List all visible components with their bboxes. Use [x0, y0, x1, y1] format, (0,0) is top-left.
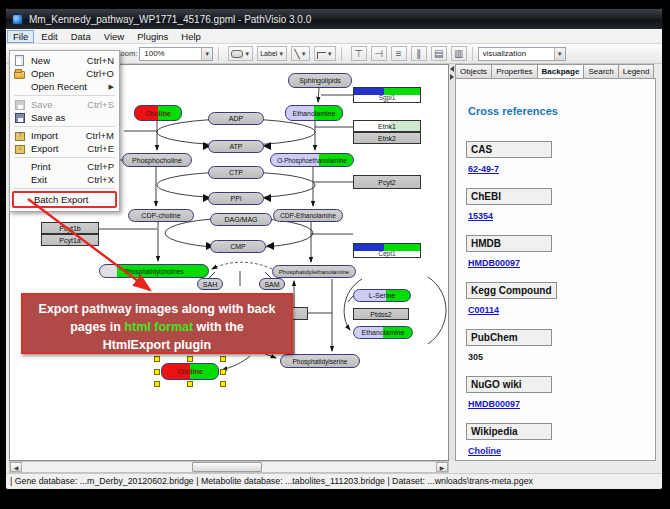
- common-height-button[interactable]: ▥: [451, 46, 467, 61]
- tab-objects[interactable]: Objects: [455, 64, 491, 79]
- tab-search[interactable]: Search: [583, 64, 617, 79]
- open-folder-icon: [14, 68, 26, 80]
- xref-link[interactable]: C00114: [468, 305, 645, 315]
- gene-node[interactable]: Etnk1: [353, 120, 421, 132]
- gene-node[interactable]: Pcyt1b: [41, 222, 99, 234]
- metabolite-node[interactable]: CDP-Ethanolamine: [273, 209, 343, 222]
- metabolite-node-choline[interactable]: Choline: [134, 105, 182, 121]
- metabolite-node[interactable]: Phosphatidylethanolamine: [272, 265, 356, 278]
- import-icon: [14, 130, 26, 142]
- collapse-right-icon[interactable]: [450, 74, 454, 80]
- menu-item-print[interactable]: PrintCtrl+P: [11, 160, 118, 173]
- tab-backpage[interactable]: Backpage: [537, 64, 584, 79]
- scroll-right-icon[interactable]: ▶: [436, 462, 448, 472]
- xref-link[interactable]: Choline: [468, 446, 645, 456]
- menu-item-open-recent[interactable]: Open Recent▶: [11, 80, 118, 93]
- metabolite-node[interactable]: CDP-choline: [128, 209, 194, 222]
- gene-node-cept1[interactable]: Cept1: [353, 243, 421, 258]
- xref-title: HMDB: [466, 235, 552, 252]
- metabolite-node-selected[interactable]: Choline: [161, 363, 219, 380]
- chevron-down-icon: ▼: [244, 51, 250, 57]
- gene-node[interactable]: Etnk2: [353, 132, 421, 144]
- metabolite-node[interactable]: DAG/MAG: [210, 213, 272, 226]
- xref-title: PubChem: [466, 329, 552, 346]
- scroll-left-icon[interactable]: ◀: [10, 462, 22, 472]
- xref-link[interactable]: HMDB00097: [468, 258, 645, 268]
- batch-export-highlight: Batch Export: [12, 191, 117, 208]
- metabolite-node[interactable]: SAM: [259, 278, 285, 290]
- menu-item-save: SaveCtrl+S: [11, 98, 118, 111]
- label-tool-button[interactable]: Label▼: [257, 46, 287, 61]
- menu-edit[interactable]: Edit: [35, 30, 63, 43]
- status-bar: | Gene database: ...m_Derby_20120602.bri…: [6, 473, 662, 488]
- metabolite-node[interactable]: PPi: [208, 192, 264, 205]
- metabolite-node[interactable]: CMP: [210, 240, 266, 253]
- metabolite-node[interactable]: CTP: [208, 166, 264, 179]
- menu-plugins[interactable]: Plugins: [131, 30, 174, 43]
- common-width-button[interactable]: ▤: [431, 46, 447, 61]
- align-middle-button[interactable]: ⊣: [371, 46, 387, 61]
- tab-properties[interactable]: Properties: [491, 64, 536, 79]
- menu-item-open[interactable]: OpenCtrl+O: [11, 67, 118, 80]
- menu-item-export[interactable]: ExportCtrl+E: [11, 142, 118, 155]
- stack-horizontal-icon: ∥: [416, 49, 421, 59]
- chevron-down-icon[interactable]: ▼: [201, 48, 212, 60]
- file-menu: NewCtrl+N OpenCtrl+O Open Recent▶ SaveCt…: [9, 50, 120, 212]
- metabolite-node[interactable]: Phosphatidylcholines: [99, 264, 209, 278]
- connector-tool-button[interactable]: ▼: [314, 46, 336, 61]
- align-center-button[interactable]: ⊤: [351, 46, 367, 61]
- visualization-combobox[interactable]: visualization ▼: [478, 47, 566, 61]
- gene-node[interactable]: Ptdss2: [353, 308, 409, 320]
- stack-horizontal-button[interactable]: ∥: [411, 46, 427, 61]
- xref-value: 305: [468, 352, 645, 362]
- xref-link[interactable]: 15354: [468, 211, 645, 221]
- metabolite-node[interactable]: ATP: [208, 140, 264, 153]
- xref-section-kegg: Kegg Compound C00114: [466, 280, 645, 315]
- menu-item-import[interactable]: ImportCtrl+M: [11, 129, 118, 142]
- submenu-arrow-icon: ▶: [109, 83, 114, 91]
- datanode-tool-button[interactable]: ▼: [228, 46, 253, 61]
- collapse-left-icon[interactable]: [450, 66, 454, 72]
- new-page-icon: [14, 55, 26, 67]
- menu-item-save-as[interactable]: Save as: [11, 111, 118, 124]
- xref-section-nugo: NuGO wiki HMDB00097: [466, 374, 645, 409]
- metabolite-node[interactable]: Sphingolipids: [288, 73, 352, 88]
- metabolite-node[interactable]: SAH: [197, 278, 223, 290]
- xref-section-hmdb: HMDB HMDB00097: [466, 233, 645, 268]
- metabolite-node[interactable]: Phosphatidylserine: [280, 354, 360, 368]
- metabolite-node[interactable]: Ethanolamine: [353, 326, 413, 339]
- menu-data[interactable]: Data: [65, 30, 97, 43]
- align-center-icon: ⊤: [354, 49, 363, 59]
- xref-link[interactable]: HMDB00097: [468, 399, 645, 409]
- save-icon: [14, 99, 26, 111]
- metabolite-node[interactable]: O-Phosphoethanolamine: [270, 153, 354, 167]
- horizontal-scrollbar[interactable]: ◀ ▶: [9, 461, 449, 473]
- stack-vertical-button[interactable]: ≡: [391, 46, 407, 61]
- metabolite-node[interactable]: Phosphocholine: [122, 153, 192, 167]
- metabolite-node[interactable]: Ethanolamine: [285, 105, 343, 121]
- menu-help[interactable]: Help: [175, 30, 207, 43]
- menu-file[interactable]: File: [7, 30, 34, 43]
- metabolite-node[interactable]: ADP: [208, 112, 264, 125]
- gene-node-sgpl1[interactable]: Sgpl1: [353, 87, 421, 103]
- gene-node[interactable]: Pcyt1a: [41, 234, 99, 246]
- chevron-down-icon[interactable]: ▼: [554, 48, 565, 60]
- xref-link[interactable]: 62-49-7: [468, 164, 645, 174]
- label-tool-text: Label: [260, 50, 277, 57]
- menu-view[interactable]: View: [98, 30, 130, 43]
- menu-item-new[interactable]: NewCtrl+N: [11, 54, 118, 67]
- xref-section-wikipedia: Wikipedia Choline: [466, 421, 645, 456]
- annotation-callout: Export pathway images along with back pa…: [21, 293, 293, 354]
- menu-item-batch-export[interactable]: Batch Export: [14, 193, 115, 206]
- tab-legend[interactable]: Legend: [618, 64, 655, 79]
- metabolite-node[interactable]: L-Serine: [353, 289, 411, 302]
- menu-item-exit[interactable]: ExitCtrl+X: [11, 173, 118, 186]
- line-icon: ╲: [294, 49, 299, 59]
- scrollbar-thumb[interactable]: [192, 462, 262, 472]
- menu-separator: [14, 188, 115, 189]
- zoom-combobox[interactable]: 100% ▼: [139, 47, 213, 61]
- callout-line3: HtmlExport plugin: [23, 336, 291, 354]
- gene-node[interactable]: Pcyt2: [353, 175, 421, 189]
- export-icon: [14, 143, 26, 155]
- line-tool-button[interactable]: ╲▼: [291, 46, 309, 61]
